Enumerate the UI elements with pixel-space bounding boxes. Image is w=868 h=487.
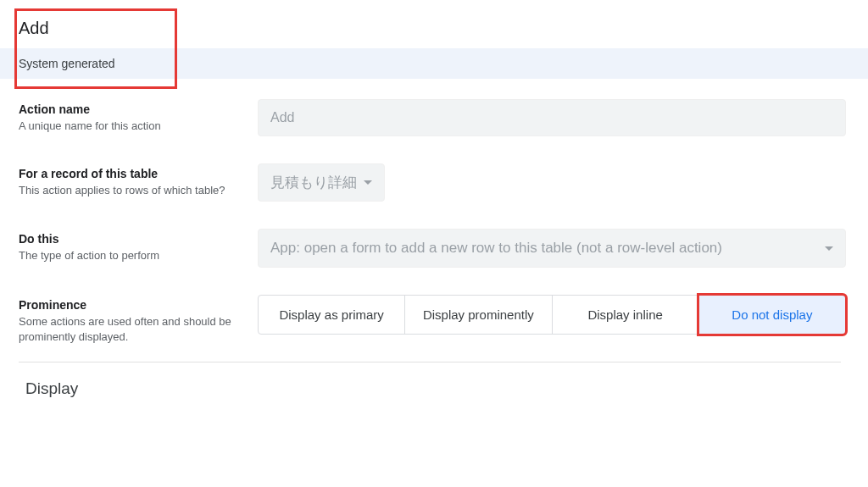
prominence-option-primary[interactable]: Display as primary (258, 295, 405, 335)
label-prominence: Prominence (19, 298, 237, 312)
prominence-toggle-group: Display as primary Display prominently D… (258, 295, 846, 335)
row-prominence: Prominence Some actions are used often a… (19, 295, 860, 345)
action-subtitle: System generated (0, 48, 868, 79)
row-for-table: For a record of this table This action a… (19, 163, 860, 202)
desc-do-this: The type of action to perform (19, 248, 237, 263)
label-for-table: For a record of this table (19, 167, 237, 180)
desc-prominence: Some actions are used often and should b… (19, 314, 237, 345)
desc-action-name: A unique name for this action (19, 119, 237, 134)
prominence-option-prominent[interactable]: Display prominently (404, 295, 552, 335)
action-name-input[interactable]: Add (258, 99, 846, 136)
action-title: Add (0, 0, 868, 48)
for-table-select[interactable]: 見積もり詳細 (258, 163, 385, 202)
chevron-down-icon (364, 180, 372, 185)
prominence-option-inline[interactable]: Display inline (552, 295, 699, 335)
desc-for-table: This action applies to rows of which tab… (19, 183, 237, 198)
do-this-select[interactable]: App: open a form to add a new row to thi… (258, 229, 846, 268)
row-do-this: Do this The type of action to perform Ap… (19, 229, 860, 268)
chevron-down-icon (825, 246, 833, 251)
form-container: Action name A unique name for this actio… (0, 79, 868, 345)
do-this-value: App: open a form to add a new row to thi… (270, 240, 722, 257)
prominence-option-do-not-display[interactable]: Do not display (698, 295, 846, 335)
label-action-name: Action name (19, 102, 237, 116)
for-table-value: 見積もり詳細 (270, 173, 357, 192)
row-action-name: Action name A unique name for this actio… (19, 99, 860, 136)
section-display-heading[interactable]: Display (0, 362, 868, 398)
label-do-this: Do this (19, 232, 237, 246)
